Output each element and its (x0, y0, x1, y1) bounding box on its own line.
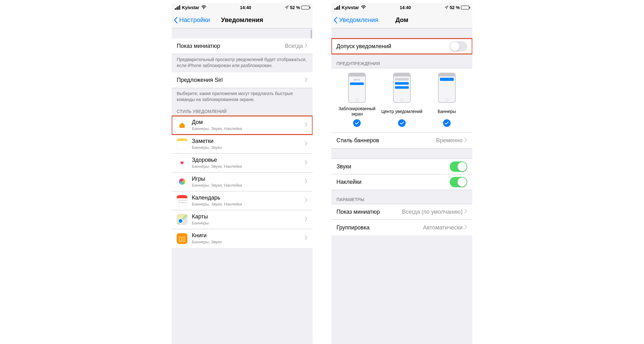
app-row-home[interactable]: Дом Баннеры, Звуки, Наклейки (172, 116, 313, 135)
chevron-right-icon (305, 217, 308, 223)
row-value: Временно (436, 137, 463, 144)
svg-point-0 (203, 8, 204, 9)
maps-icon (177, 214, 187, 225)
signal-icon (175, 5, 180, 10)
chevron-left-icon (333, 17, 338, 24)
chevron-right-icon (305, 235, 308, 241)
alert-option-label: Центр уведомлений (380, 106, 425, 117)
calendar-icon (177, 195, 187, 206)
check-icon (353, 119, 361, 127)
battery-icon (461, 6, 469, 9)
row-banner-style[interactable]: Стиль баннеров Временно (331, 133, 472, 149)
chevron-right-icon (305, 43, 308, 49)
clock: 14:40 (366, 5, 445, 10)
svg-point-1 (363, 8, 364, 9)
alert-option-lockscreen[interactable]: 09:41 Заблокированный экран (335, 73, 380, 127)
row-value: Автоматически (423, 224, 463, 231)
footer-previews: Предварительный просмотр уведомлений буд… (172, 54, 313, 72)
carrier-label: Kyivstar (342, 5, 359, 10)
app-subtitle: Баннеры (192, 221, 305, 226)
section-style-title: СТИЛЬ УВЕДОМЛЕНИЙ (172, 106, 313, 116)
app-subtitle: Баннеры, Звуки (192, 240, 305, 245)
chevron-right-icon (464, 138, 467, 144)
row-label: Допуск уведомлений (336, 43, 450, 50)
app-title: Книги (192, 232, 305, 239)
app-title: Заметки (192, 138, 305, 145)
alert-option-label: Баннеры (424, 106, 469, 117)
allow-toggle[interactable] (450, 41, 467, 52)
check-icon (443, 119, 451, 127)
row-label: Показ миниатюр (177, 43, 285, 49)
chevron-right-icon (305, 122, 308, 128)
row-label: Показ миниатюр (336, 209, 402, 215)
game-center-icon (177, 176, 187, 187)
app-row-notes[interactable]: Заметки Баннеры, Звуки (172, 135, 313, 154)
row-grouping[interactable]: Группировка Автоматически (331, 220, 472, 235)
section-params-title: ПАРАМЕТРЫ (331, 190, 472, 204)
chevron-right-icon (464, 225, 467, 231)
alert-option-notification-center[interactable]: Центр уведомлений (380, 73, 425, 127)
battery-icon (301, 6, 309, 9)
row-value: Всегда (285, 43, 303, 49)
chevron-right-icon (464, 209, 467, 215)
row-label: Группировка (336, 224, 423, 231)
wifi-icon (361, 5, 366, 10)
back-button[interactable]: Настройки (172, 16, 210, 24)
nav-title: Дом (395, 16, 408, 24)
app-row-calendar[interactable]: Календарь Баннеры, Звуки, Наклейки (172, 191, 313, 210)
chevron-right-icon (305, 77, 308, 83)
sounds-toggle[interactable] (450, 161, 467, 172)
row-label: Стиль баннеров (336, 137, 436, 144)
clock: 14:40 (206, 5, 285, 10)
content: Допуск уведомлений ПРЕДУПРЕЖДЕНИЯ 09:41 … (331, 28, 472, 235)
alert-option-banners[interactable]: Баннеры (424, 73, 469, 127)
row-show-previews[interactable]: Показ миниатюр Всегда (по умолчанию) (331, 204, 472, 220)
app-title: Календарь (192, 195, 305, 201)
home-icon (177, 120, 187, 131)
signal-icon (335, 5, 340, 10)
row-show-previews[interactable]: Показ миниатюр Всегда (172, 38, 313, 54)
lockscreen-preview-icon: 09:41 (348, 73, 366, 103)
battery-pct: 52 % (290, 5, 300, 10)
app-title: Игры (192, 176, 305, 183)
back-label: Настройки (179, 16, 210, 24)
app-subtitle: Баннеры, Звуки (192, 145, 305, 150)
check-icon (398, 119, 406, 127)
row-siri-suggestions[interactable]: Предложения Siri (172, 72, 313, 88)
health-icon: ♥ (177, 157, 187, 168)
phone-notifications-list: Kyivstar 14:40 52 % Настройки Уведомлени… (172, 3, 313, 344)
footer-siri: Выберите, какие приложения могут предлаг… (172, 88, 313, 106)
app-title: Здоровье (192, 157, 305, 164)
alert-option-label: Заблокированный экран (335, 106, 380, 117)
row-label: Звуки (336, 163, 450, 170)
row-sounds[interactable]: Звуки (331, 159, 472, 174)
nav-bar: Настройки Уведомления (172, 12, 313, 28)
app-subtitle: Баннеры, Звуки, Наклейки (192, 126, 305, 131)
app-row-books[interactable]: ▯▯ Книги Баннеры, Звуки (172, 229, 313, 248)
chevron-right-icon (305, 141, 308, 147)
chevron-right-icon (305, 198, 308, 204)
nav-title: Уведомления (221, 16, 263, 24)
app-subtitle: Баннеры, Звуки, Наклейки (192, 164, 305, 169)
app-row-health[interactable]: ♥ Здоровье Баннеры, Звуки, Наклейки (172, 154, 313, 172)
banner-preview-icon (438, 73, 456, 103)
row-label: Предложения Siri (177, 77, 305, 83)
app-row-maps[interactable]: Карты Баннеры (172, 210, 313, 229)
content: Показ миниатюр Всегда Предварительный пр… (172, 28, 313, 248)
app-subtitle: Баннеры, Звуки, Наклейки (192, 202, 305, 207)
app-title: Карты (192, 213, 305, 220)
status-bar: Kyivstar 14:40 52 % (331, 3, 472, 12)
back-button[interactable]: Уведомления (331, 16, 378, 24)
status-bar: Kyivstar 14:40 52 % (172, 3, 313, 12)
row-badges[interactable]: Наклейки (331, 174, 472, 190)
row-allow-notifications[interactable]: Допуск уведомлений (331, 38, 472, 54)
app-row-games[interactable]: Игры Баннеры, Звуки, Наклейки (172, 172, 313, 191)
chevron-right-icon (305, 179, 308, 185)
wifi-icon (201, 5, 206, 10)
notes-icon (177, 138, 187, 149)
books-icon: ▯▯ (177, 233, 187, 244)
back-label: Уведомления (339, 16, 378, 24)
badges-toggle[interactable] (450, 177, 467, 187)
carrier-label: Kyivstar (182, 5, 199, 10)
nav-bar: Уведомления Дом (331, 12, 472, 28)
